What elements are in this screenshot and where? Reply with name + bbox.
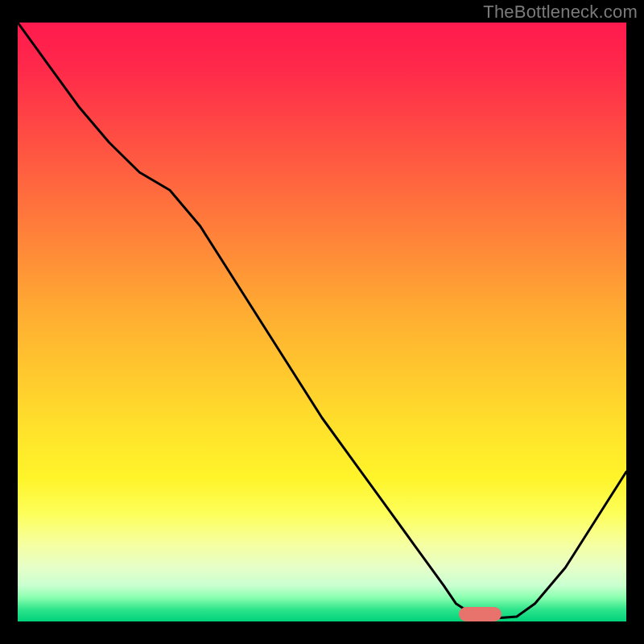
chart-frame: TheBottleneck.com [0,0,644,644]
optimal-marker [459,607,502,621]
watermark-text: TheBottleneck.com [483,2,638,23]
bottleneck-curve [18,23,626,621]
plot-area [18,23,626,621]
